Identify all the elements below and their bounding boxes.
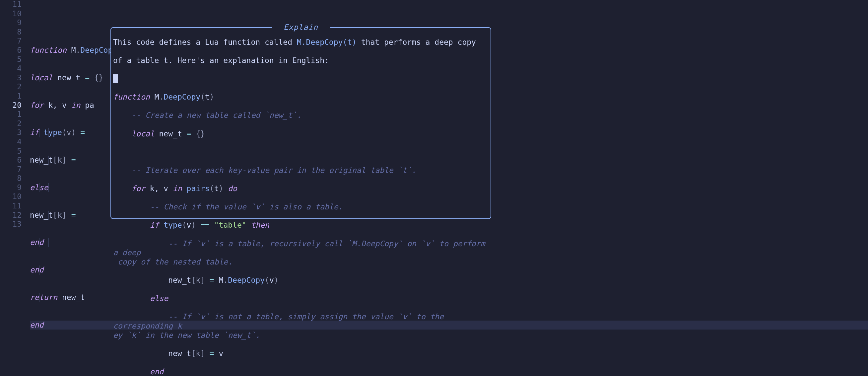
- line-number: 10: [0, 9, 22, 19]
- line-number: 3: [0, 128, 22, 137]
- line-number: 12: [0, 211, 22, 220]
- popup-cursor-line: [113, 74, 489, 84]
- line-number: 10: [0, 192, 22, 201]
- line-number: 20: [0, 101, 22, 110]
- line-number: 11: [0, 201, 22, 211]
- line-number: 1: [0, 110, 22, 119]
- code-line: [30, 18, 868, 28]
- popup-line: end: [113, 367, 489, 376]
- popup-line: -- Check if the value `v` is also a tabl…: [113, 202, 489, 212]
- popup-line: copy of the nested table.: [113, 258, 489, 267]
- line-number: 8: [0, 174, 22, 183]
- popup-line: new_t[k] = M.DeepCopy(v): [113, 276, 489, 285]
- line-number: 6: [0, 46, 22, 55]
- line-number: 8: [0, 28, 22, 37]
- popup-line: -- If `v` is a table, recursively call `…: [113, 239, 489, 249]
- line-number: 6: [0, 156, 22, 165]
- popup-line: -- Iterate over each key-value pair in t…: [113, 166, 489, 175]
- line-number: 9: [0, 18, 22, 28]
- line-number: 2: [0, 82, 22, 92]
- line-number: 7: [0, 36, 22, 46]
- popup-line: -- If `v` is not a table, simply assign …: [113, 312, 489, 322]
- line-number: 1: [0, 92, 22, 101]
- popup-line: if type(v) == "table" then: [113, 221, 489, 230]
- line-number: 9: [0, 183, 22, 193]
- line-number: 5: [0, 55, 22, 64]
- popup-line: local new_t = {}: [113, 129, 489, 139]
- popup-line: -- Create a new table called `new_t`.: [113, 111, 489, 120]
- cursor-block: [113, 74, 118, 83]
- popup-line: of a table t. Here's an explanation in E…: [113, 56, 489, 65]
- line-number: 13: [0, 220, 22, 229]
- line-number: 4: [0, 137, 22, 147]
- explain-popup[interactable]: Explain This code defines a Lua function…: [111, 27, 491, 219]
- popup-line: for k, v in pairs(t) do: [113, 184, 489, 194]
- line-number: 3: [0, 73, 22, 83]
- popup-line: else: [113, 294, 489, 303]
- line-number: 5: [0, 147, 22, 156]
- popup-title: Explain: [272, 23, 330, 32]
- popup-line: [113, 148, 489, 157]
- line-number: 11: [0, 0, 22, 9]
- line-number: 4: [0, 64, 22, 73]
- popup-line: This code defines a Lua function called …: [113, 38, 489, 47]
- popup-line: ey `k` in the new table `new_t`.: [113, 331, 489, 340]
- popup-line: new_t[k] = v: [113, 349, 489, 358]
- line-number: 2: [0, 119, 22, 128]
- popup-body[interactable]: This code defines a Lua function called …: [113, 28, 489, 376]
- line-number: 7: [0, 165, 22, 174]
- line-number-gutter: 11109876543212012345678910111213: [0, 0, 30, 376]
- popup-line: function M.DeepCopy(t): [113, 93, 489, 102]
